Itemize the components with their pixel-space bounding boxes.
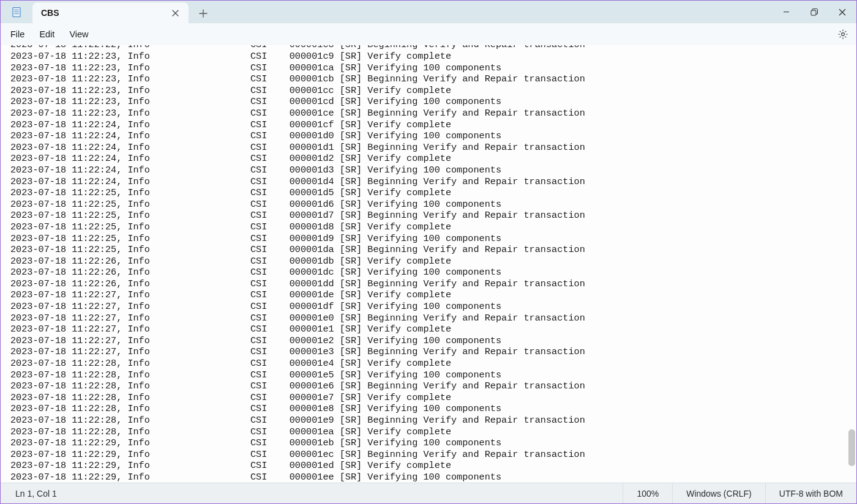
log-line: 2023-07-18 11:22:25, Info CSI 000001da [… xyxy=(10,244,837,256)
log-line: 2023-07-18 11:22:25, Info CSI 000001d8 [… xyxy=(10,221,837,233)
status-line-ending[interactable]: Windows (CRLF) xyxy=(672,483,765,503)
tabs-area: CBS xyxy=(32,1,772,23)
tab-close-icon[interactable] xyxy=(168,6,182,20)
log-line: 2023-07-18 11:22:26, Info CSI 000001db [… xyxy=(10,256,837,267)
settings-button[interactable] xyxy=(832,25,854,43)
log-line: 2023-07-18 11:22:27, Info CSI 000001e2 [… xyxy=(10,335,837,347)
log-line: 2023-07-18 11:22:23, Info CSI 000001cc [… xyxy=(10,85,837,97)
status-cursor-position[interactable]: Ln 1, Col 1 xyxy=(1,489,57,498)
notepad-app-icon xyxy=(1,1,32,23)
log-line: 2023-07-18 11:22:27, Info CSI 000001e0 [… xyxy=(10,313,837,324)
log-line: 2023-07-18 11:22:24, Info CSI 000001d0 [… xyxy=(10,130,837,142)
log-line: 2023-07-18 11:22:25, Info CSI 000001d7 [… xyxy=(10,210,837,221)
log-line: 2023-07-18 11:22:28, Info CSI 000001e5 [… xyxy=(10,369,837,381)
log-line: 2023-07-18 11:22:28, Info CSI 000001e9 [… xyxy=(10,415,837,426)
log-line: 2023-07-18 11:22:23, Info CSI 000001cd [… xyxy=(10,96,837,108)
log-line: 2023-07-18 11:22:29, Info CSI 000001eb [… xyxy=(10,437,837,449)
window-controls xyxy=(772,1,856,23)
log-line: 2023-07-18 11:22:24, Info CSI 000001cf [… xyxy=(10,119,837,131)
status-zoom[interactable]: 100% xyxy=(623,483,672,503)
svg-point-5 xyxy=(842,33,845,36)
log-line: 2023-07-18 11:22:28, Info CSI 000001e8 [… xyxy=(10,403,837,415)
log-line: 2023-07-18 11:22:24, Info CSI 000001d3 [… xyxy=(10,165,837,176)
vertical-scrollbar[interactable] xyxy=(848,46,856,481)
log-line-partial: 2023-07-18 11:22:22, Info CSI 000001c8 [… xyxy=(10,45,837,51)
log-line: 2023-07-18 11:22:29, Info CSI 000001ec [… xyxy=(10,449,837,461)
menu-file[interactable]: File xyxy=(3,26,32,43)
log-line: 2023-07-18 11:22:26, Info CSI 000001dd [… xyxy=(10,278,837,290)
log-line: 2023-07-18 11:22:24, Info CSI 000001d4 [… xyxy=(10,176,837,188)
minimize-button[interactable] xyxy=(772,2,800,22)
maximize-button[interactable] xyxy=(800,2,828,22)
log-line: 2023-07-18 11:22:27, Info CSI 000001df [… xyxy=(10,301,837,313)
log-line: 2023-07-18 11:22:29, Info CSI 000001ee [… xyxy=(10,472,837,483)
log-line: 2023-07-18 11:22:27, Info CSI 000001de [… xyxy=(10,289,837,301)
menubar: File Edit View xyxy=(1,23,856,45)
menu-view[interactable]: View xyxy=(62,26,95,43)
tab-cbs[interactable]: CBS xyxy=(32,2,189,23)
log-line: 2023-07-18 11:22:28, Info CSI 000001ea [… xyxy=(10,426,837,438)
log-line: 2023-07-18 11:22:28, Info CSI 000001e7 [… xyxy=(10,392,837,404)
status-encoding[interactable]: UTF-8 with BOM xyxy=(765,483,856,503)
scroll-thumb[interactable] xyxy=(848,429,855,466)
svg-rect-4 xyxy=(811,10,816,15)
close-button[interactable] xyxy=(828,2,856,22)
text-editor[interactable]: 2023-07-18 11:22:22, Info CSI 000001c8 [… xyxy=(1,45,847,483)
log-line: 2023-07-18 11:22:27, Info CSI 000001e1 [… xyxy=(10,324,837,335)
new-tab-button[interactable] xyxy=(192,4,214,23)
log-line: 2023-07-18 11:22:29, Info CSI 000001ed [… xyxy=(10,460,837,472)
titlebar: CBS xyxy=(1,1,856,23)
log-line: 2023-07-18 11:22:23, Info CSI 000001ce [… xyxy=(10,108,837,119)
statusbar: Ln 1, Col 1 100% Windows (CRLF) UTF-8 wi… xyxy=(1,483,856,503)
log-line: 2023-07-18 11:22:28, Info CSI 000001e4 [… xyxy=(10,358,837,369)
gear-icon xyxy=(837,29,848,40)
log-line: 2023-07-18 11:22:25, Info CSI 000001d5 [… xyxy=(10,187,837,199)
log-line: 2023-07-18 11:22:23, Info CSI 000001cb [… xyxy=(10,73,837,85)
log-line: 2023-07-18 11:22:25, Info CSI 000001d9 [… xyxy=(10,233,837,245)
editor-area: 2023-07-18 11:22:22, Info CSI 000001c8 [… xyxy=(1,45,856,483)
log-line: 2023-07-18 11:22:24, Info CSI 000001d1 [… xyxy=(10,142,837,154)
log-line: 2023-07-18 11:22:24, Info CSI 000001d2 [… xyxy=(10,153,837,165)
tab-title: CBS xyxy=(41,8,168,18)
log-line: 2023-07-18 11:22:25, Info CSI 000001d6 [… xyxy=(10,199,837,210)
log-line: 2023-07-18 11:22:23, Info CSI 000001ca [… xyxy=(10,62,837,74)
log-line: 2023-07-18 11:22:23, Info CSI 000001c9 [… xyxy=(10,51,837,62)
log-line: 2023-07-18 11:22:27, Info CSI 000001e3 [… xyxy=(10,346,837,358)
log-line: 2023-07-18 11:22:28, Info CSI 000001e6 [… xyxy=(10,380,837,392)
svg-rect-0 xyxy=(13,7,20,17)
log-line: 2023-07-18 11:22:26, Info CSI 000001dc [… xyxy=(10,267,837,278)
menu-edit[interactable]: Edit xyxy=(32,26,62,43)
